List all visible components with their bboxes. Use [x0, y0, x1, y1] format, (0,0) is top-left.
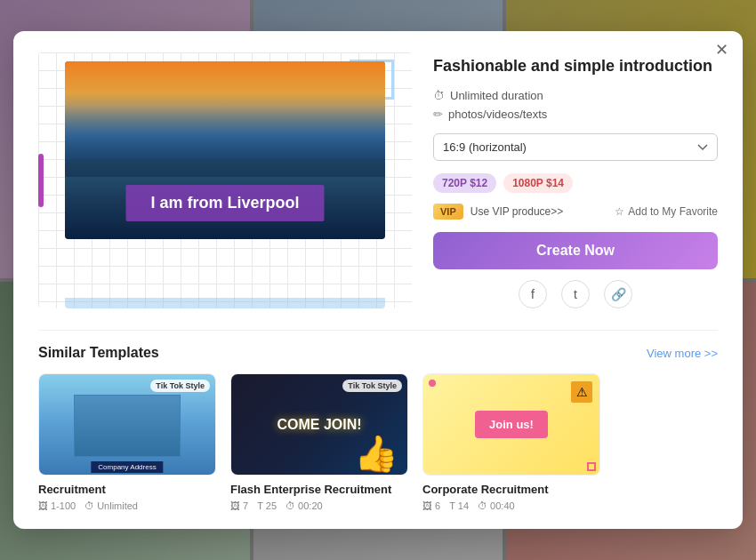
preview-caption: I am from Liverpool: [125, 185, 324, 221]
photo-icon-1: 🖼: [38, 500, 48, 511]
twitter-icon: t: [574, 287, 577, 301]
similar-templates-section: Similar Templates View more >> Company A…: [38, 330, 718, 511]
thumbs-up-icon: 👍: [354, 433, 398, 475]
texts-meta-2: T 25: [257, 500, 277, 511]
tiktok-badge-1: Tik Tok Style: [150, 380, 210, 392]
time-icon-1: ⏱: [84, 500, 94, 511]
thumb-image-3: Join us! ⚠: [423, 374, 599, 475]
template-meta-3: 🖼 6 T 14 ⏱ 00:40: [422, 500, 600, 511]
preview-accent-bar: [38, 154, 44, 207]
price-badge-group: 720P $12 1080P $14: [433, 173, 718, 193]
time-icon-2: ⏱: [286, 500, 295, 511]
vip-badge: VIP: [433, 204, 463, 220]
duration-meta-3: ⏱ 00:40: [478, 500, 515, 511]
link-icon: 🔗: [611, 287, 626, 301]
preview-image: I am from Liverpool: [65, 61, 385, 239]
star-icon: ☆: [615, 205, 624, 218]
view-more-button[interactable]: View more >>: [647, 347, 718, 360]
create-now-button[interactable]: Create Now: [433, 232, 718, 269]
twitter-share-button[interactable]: t: [561, 280, 590, 308]
template-meta-2: 🖼 7 T 25 ⏱ 00:20: [230, 500, 408, 511]
template-meta-list: ⏱ Unlimited duration ✏ photos/videos/tex…: [433, 89, 718, 121]
template-name-3: Corporate Recruitment: [422, 483, 600, 496]
info-panel: Fashionable and simple introduction ⏱ Un…: [433, 52, 718, 308]
photos-meta-1: 🖼 1-100: [38, 500, 76, 511]
join-us-box: Join us!: [475, 411, 548, 438]
similar-title: Similar Templates: [38, 345, 159, 361]
texts-meta-3: T 14: [449, 500, 469, 511]
photos-meta-3: 🖼 6: [422, 500, 440, 511]
text-icon-3: T: [449, 500, 455, 511]
building-shape: [74, 395, 181, 457]
come-join-text: COME JOIN!: [277, 417, 361, 433]
template-name-1: Recruitment: [38, 483, 216, 496]
aspect-ratio-select[interactable]: 16:9 (horizontal)9:16 (vertical)1:1 (squ…: [433, 133, 718, 161]
duration-count-2: 00:20: [298, 500, 323, 511]
media-meta: ✏ photos/videos/texts: [433, 108, 718, 121]
template-thumb-flash: COME JOIN! 👍 Tik Tok Style: [230, 373, 408, 476]
buildings-layer: [65, 106, 385, 177]
corner-accent: [587, 462, 596, 471]
photo-icon-2: 🖼: [230, 500, 240, 511]
company-label: Company Address: [91, 461, 163, 473]
template-thumb-recruitment: Company Address Tik Tok Style: [38, 373, 216, 476]
photos-meta-2: 🖼 7: [230, 500, 248, 511]
share-icons-group: f t 🔗: [433, 280, 718, 308]
modal-top-section: I am from Liverpool Fashionable and simp…: [38, 52, 718, 308]
text-icon-2: T: [257, 500, 263, 511]
favorite-label: Add to My Favorite: [628, 205, 718, 218]
photo-count-1: 1-100: [51, 500, 76, 511]
facebook-share-button[interactable]: f: [519, 280, 547, 308]
photo-count-3: 6: [435, 500, 440, 511]
badge-1080p[interactable]: 1080P $14: [503, 173, 573, 193]
template-thumb-corporate: Join us! ⚠: [422, 373, 600, 476]
template-card-flash[interactable]: COME JOIN! 👍 Tik Tok Style Flash Enterpr…: [230, 373, 408, 511]
photo-count-2: 7: [243, 500, 248, 511]
time-icon-3: ⏱: [478, 500, 487, 511]
template-card-recruitment[interactable]: Company Address Tik Tok Style Recruitmen…: [38, 373, 216, 511]
add-to-favorite-button[interactable]: ☆ Add to My Favorite: [615, 205, 718, 218]
preview-bottom-bar: [65, 298, 385, 308]
duration-meta-1: ⏱ Unlimited: [84, 500, 138, 511]
duration-label: Unlimited duration: [450, 89, 543, 102]
pencil-icon: ✏: [433, 108, 443, 121]
clock-icon: ⏱: [433, 89, 445, 102]
duration-count-1: Unlimited: [97, 500, 138, 511]
tiktok-badge-2: Tik Tok Style: [342, 380, 402, 392]
duration-count-3: 00:40: [490, 500, 515, 511]
vip-produce-link[interactable]: Use VIP produce>>: [470, 205, 564, 218]
template-preview: I am from Liverpool: [38, 52, 412, 308]
photo-icon-3: 🖼: [422, 500, 432, 511]
text-count-3: 14: [458, 500, 469, 511]
copy-link-button[interactable]: 🔗: [604, 280, 632, 308]
duration-meta-2: ⏱ 00:20: [286, 500, 323, 511]
template-name-2: Flash Enterprise Recruitment: [230, 483, 408, 496]
facebook-icon: f: [531, 287, 535, 301]
template-meta-1: 🖼 1-100 ⏱ Unlimited: [38, 500, 216, 511]
similar-header: Similar Templates View more >>: [38, 345, 718, 361]
close-button[interactable]: ✕: [715, 42, 728, 58]
vip-row: VIP Use VIP produce>> ☆ Add to My Favori…: [433, 204, 718, 220]
duration-meta: ⏱ Unlimited duration: [433, 89, 718, 102]
media-label: photos/videos/texts: [448, 108, 547, 121]
modal-dialog: ✕ I am from Liverpool: [13, 31, 743, 529]
template-grid: Company Address Tik Tok Style Recruitmen…: [38, 373, 718, 511]
badge-720p[interactable]: 720P $12: [433, 173, 496, 193]
template-card-corporate[interactable]: Join us! ⚠ Corporate Recruitment 🖼 6 T: [422, 373, 600, 511]
modal-overlay: ✕ I am from Liverpool: [0, 0, 756, 560]
dot-accent: [429, 380, 436, 387]
template-title: Fashionable and simple introduction: [433, 56, 718, 76]
text-count-2: 25: [266, 500, 277, 511]
warning-accent: ⚠: [571, 381, 592, 403]
